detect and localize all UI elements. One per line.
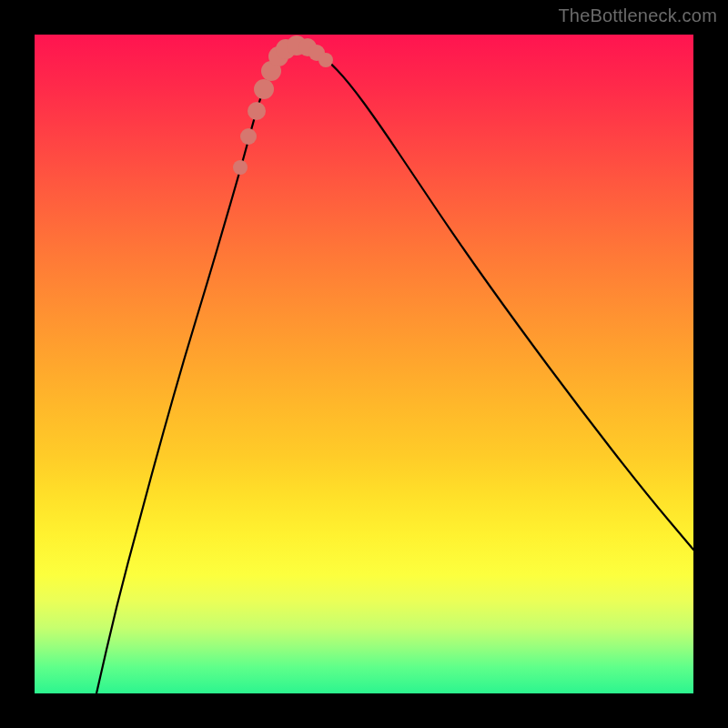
outer-frame: TheBottleneck.com <box>0 0 728 728</box>
highlight-dots <box>233 35 333 175</box>
chart-svg <box>35 35 693 693</box>
highlight-dot <box>240 128 257 145</box>
highlight-dot <box>248 102 266 120</box>
plot-area <box>35 35 693 693</box>
watermark-text: TheBottleneck.com <box>558 5 717 26</box>
highlight-dot <box>318 53 333 67</box>
highlight-dot <box>233 160 248 175</box>
bottleneck-curve <box>96 46 693 693</box>
highlight-dot <box>254 79 274 99</box>
